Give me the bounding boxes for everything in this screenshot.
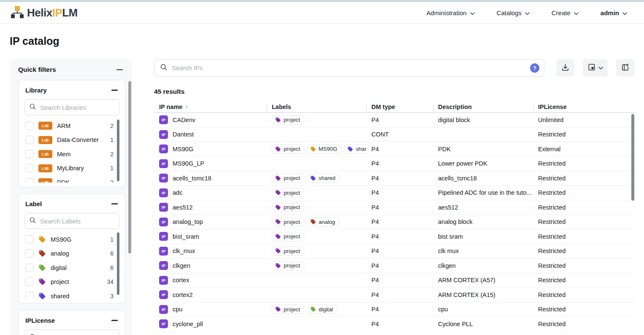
column-header-dm-type[interactable]: DM type [366,103,433,110]
add-column-button[interactable] [616,59,634,76]
checkbox[interactable] [25,292,34,299]
filter-search-input[interactable] [40,218,124,225]
column-header-labels[interactable]: Labels [267,103,366,110]
table-row[interactable]: IPcpuprojectdigitalP4cpuRestricted [154,302,635,317]
filter-option-ARM[interactable]: LIBARM2 [24,119,119,133]
collapse-quick-filters-button[interactable] [116,66,123,73]
filter-option-Data-Converter[interactable]: LIBData-Converter1 [24,133,119,147]
search-ips-input[interactable] [172,64,525,71]
tag-icon [275,190,281,196]
filter-option-count: 2 [110,179,114,182]
column-header-iplicense[interactable]: IPLicense [533,103,635,110]
filter-option-label: PDK [57,179,106,182]
nav-item-catalogs[interactable]: Catalogs [497,9,530,16]
filter-search-input[interactable] [40,104,124,111]
checkbox[interactable] [25,150,34,158]
license-cell: Restricted [533,189,635,196]
image-view-button[interactable] [583,59,608,76]
table-row[interactable]: IPcyclone_pllP4Cyclone PLLRestricted [154,317,635,332]
tag-icon [275,175,281,181]
filter-option-shared[interactable]: shared3 [24,289,119,299]
filter-option-MS90G[interactable]: MS90G1 [24,232,119,247]
description-cell: analog block [433,218,533,225]
dm-type-value: P4 [371,117,379,123]
list-scrollbar-thumb[interactable] [117,120,119,181]
table-scrollbar-thumb[interactable] [631,114,634,201]
search-help-icon[interactable]: ? [530,63,539,73]
label-chip-project: project [272,305,304,314]
tag-icon [38,236,46,243]
label-chip-project: project [272,188,304,197]
table-row[interactable]: IPDantestCONTRestricted [154,128,635,142]
ip-name: acells_tsmc18 [173,175,211,182]
license-value: Restricted [538,248,566,254]
table-row[interactable]: IPbist_sramprojectP4bist sramRestricted [154,229,635,244]
license-value: Restricted [538,277,566,283]
table-row[interactable]: IPclkgenprojectP4clkgenRestricted [154,259,635,273]
checkbox[interactable] [25,164,34,172]
sidebar-scrollbar-thumb[interactable] [128,81,131,253]
license-value: Restricted [538,204,566,211]
ip-name-cell: IPclk_mux [154,247,267,256]
export-button[interactable] [556,59,574,76]
ip-badge: IP [159,159,168,168]
table-row[interactable]: IPacells_tsmc18projectsharedP4acells_tsm… [154,171,635,186]
filter-option-project[interactable]: project34 [24,275,119,289]
table-row[interactable]: IPcortex2P4ARM CORTEX (A15)Restricted [154,288,635,302]
table-row[interactable]: IPadcprojectP4Pipelined ADC for use in t… [154,186,635,201]
table-row[interactable]: IPMS90GprojectMS90GsharedP4PDKExternal [154,142,635,157]
column-header-description[interactable]: Description [433,103,533,110]
collapse-section-button[interactable] [111,201,118,207]
nav-item-admin[interactable]: admin [601,9,627,16]
label-chip-text: project [284,306,300,313]
description-value: clkgen [438,262,456,269]
column-header-ip-name[interactable]: IP name↑ [154,103,267,110]
filter-option-Mem[interactable]: LIBMem2 [24,147,119,161]
checkbox[interactable] [25,122,34,130]
description-value: PDK [438,146,451,153]
filter-option-digital[interactable]: digital6 [24,261,119,275]
description-cell: ARM CORTEX (A15) [433,291,533,298]
label-chip-shared: shared [307,174,340,183]
column-header-label: IPLicense [538,103,567,110]
label-chip-MS90G: MS90G [307,144,341,154]
checkbox[interactable] [25,178,34,182]
table-add-column-icon [621,63,630,73]
table-row[interactable]: IPCADenvprojectP4digital blockUnlimited [154,113,635,128]
filter-option-PDK[interactable]: LIBPDK2 [24,175,119,182]
license-cell: Restricted [533,175,635,182]
collapse-section-button[interactable] [111,317,118,324]
table-row[interactable]: IPcortexP4ARM CORTEX (A57)Restricted [154,273,635,288]
table-row[interactable]: IPMS90G_LPP4Lower power PDKRestricted [154,157,635,172]
dm-type-cell: P4 [366,218,433,225]
sort-ascending-icon: ↑ [185,103,188,110]
license-value: Restricted [538,160,566,167]
list-scrollbar-thumb[interactable] [117,232,119,295]
checkbox[interactable] [25,136,34,144]
label-chip-text: analog [319,219,335,225]
tag-icon [310,146,316,152]
dm-type-value: P4 [371,248,379,254]
collapse-section-button[interactable] [111,87,118,94]
table-row[interactable]: IPanalog_topprojectanalogP4analog blockR… [154,215,635,230]
checkbox[interactable] [25,264,34,272]
checkbox[interactable] [25,278,34,286]
description-cell: ARM CORTEX (A57) [433,277,533,283]
dm-type-cell: P4 [366,117,433,123]
filter-option-analog[interactable]: analog6 [24,247,119,261]
brand[interactable]: HelixIPLM [11,5,78,21]
filter-section-title: Library [25,87,47,94]
table-row[interactable]: IPaes512projectP4aes512Restricted [154,200,635,215]
description-value: digital block [438,117,470,123]
filter-section-title: Label [25,200,42,207]
quick-filters-panel: Quick filters LibraryLIBARM2LIBData-Conv… [11,59,132,335]
nav-item-label: Administration [427,9,467,16]
checkbox[interactable] [25,235,34,244]
toolbar: ? [154,59,635,76]
filter-option-MyLibrary[interactable]: LIBMyLibrary1 [24,161,119,176]
label-chip-text: project [284,146,300,152]
nav-item-create[interactable]: Create [552,9,579,16]
checkbox[interactable] [25,249,34,258]
table-row[interactable]: IPclk_muxprojectP4clk muxRestricted [154,244,635,259]
nav-item-administration[interactable]: Administration [427,9,475,16]
